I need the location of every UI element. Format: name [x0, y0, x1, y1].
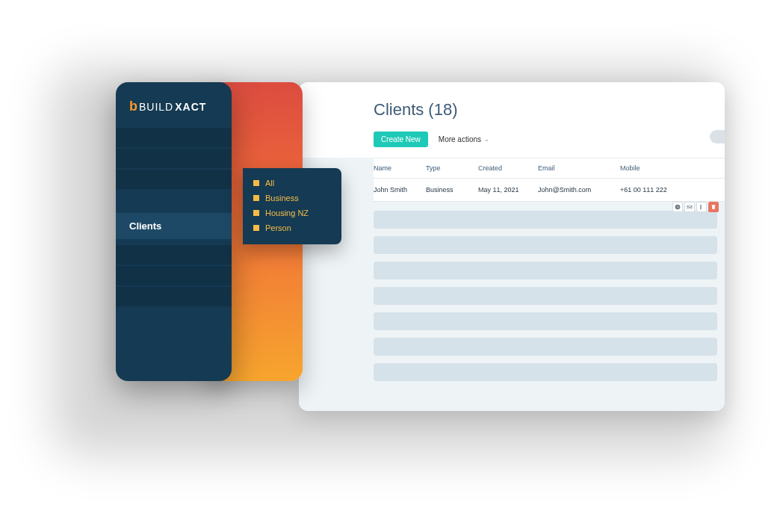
flyout-label: Person	[265, 223, 291, 232]
trash-icon	[711, 204, 716, 210]
clock-icon	[675, 204, 681, 210]
clients-panel: Clients (18) Create New More actions ⌄ N…	[299, 82, 725, 411]
reminder-button[interactable]	[672, 202, 683, 212]
placeholder-row	[374, 211, 717, 229]
sidebar-item[interactable]	[116, 245, 232, 265]
square-icon	[253, 210, 259, 216]
delete-button[interactable]	[708, 202, 719, 212]
create-new-button[interactable]: Create New	[374, 132, 428, 147]
cell-created: May 11, 2021	[478, 186, 538, 194]
square-icon	[253, 225, 259, 231]
table-row[interactable]: John Smith Business May 11, 2021 John@Sm…	[374, 179, 725, 202]
clients-table: Name Type Created Email Mobile John Smit…	[299, 158, 725, 381]
toolbar: Create New More actions ⌄	[374, 132, 702, 147]
flyout-label: Business	[265, 194, 299, 202]
call-button[interactable]	[696, 202, 707, 212]
flyout-item-housing-nz[interactable]: Housing NZ	[253, 205, 331, 220]
sidebar-item[interactable]	[116, 170, 232, 189]
flyout-item-person[interactable]: Person	[253, 220, 331, 235]
placeholder-row	[374, 312, 717, 330]
email-button[interactable]	[684, 202, 695, 212]
square-icon	[253, 180, 259, 186]
placeholder-rows	[374, 202, 725, 381]
cell-mobile: +61 00 111 222	[620, 186, 695, 194]
flyout-item-business[interactable]: Business	[253, 191, 331, 205]
col-mobile[interactable]: Mobile	[620, 164, 695, 172]
cell-email: John@Smith.com	[538, 186, 620, 194]
panel-header: Clients (18) Create New More actions ⌄	[299, 82, 725, 158]
table-header-row: Name Type Created Email Mobile	[374, 158, 725, 179]
brand-logo[interactable]: b BUILD XACT	[116, 82, 232, 128]
placeholder-row	[374, 363, 717, 381]
square-icon	[253, 195, 259, 201]
col-created[interactable]: Created	[478, 164, 538, 172]
cell-type: Business	[426, 186, 478, 194]
flyout-label: Housing NZ	[265, 208, 309, 217]
search-input[interactable]	[710, 130, 725, 143]
col-type[interactable]: Type	[426, 164, 478, 172]
brand-text-2: XACT	[175, 101, 206, 113]
cell-name: John Smith	[374, 186, 426, 194]
placeholder-row	[374, 338, 717, 356]
placeholder-row	[374, 236, 717, 254]
page-title: Clients (18)	[374, 100, 702, 120]
row-actions	[672, 202, 719, 212]
col-name[interactable]: Name	[374, 164, 426, 172]
sidebar-item[interactable]	[116, 149, 232, 168]
flyout-item-all[interactable]: All	[253, 176, 331, 191]
brand-text-1: BUILD	[139, 101, 173, 113]
sidebar: b BUILD XACT Clients	[116, 82, 232, 381]
phone-icon	[699, 204, 705, 210]
sidebar-item[interactable]	[116, 287, 232, 306]
chevron-down-icon: ⌄	[484, 136, 489, 143]
col-email[interactable]: Email	[538, 164, 620, 172]
sidebar-item[interactable]	[116, 266, 232, 285]
flyout-label: All	[265, 179, 274, 188]
mail-icon	[687, 204, 693, 210]
sidebar-item[interactable]	[116, 128, 232, 147]
sidebar-item-clients[interactable]: Clients	[116, 213, 232, 239]
client-type-flyout: All Business Housing NZ Person	[243, 168, 341, 244]
placeholder-row	[374, 262, 717, 279]
more-actions-label: More actions	[439, 135, 481, 143]
more-actions-dropdown[interactable]: More actions ⌄	[439, 135, 489, 143]
brand-icon: b	[129, 99, 137, 114]
placeholder-row	[374, 287, 717, 305]
